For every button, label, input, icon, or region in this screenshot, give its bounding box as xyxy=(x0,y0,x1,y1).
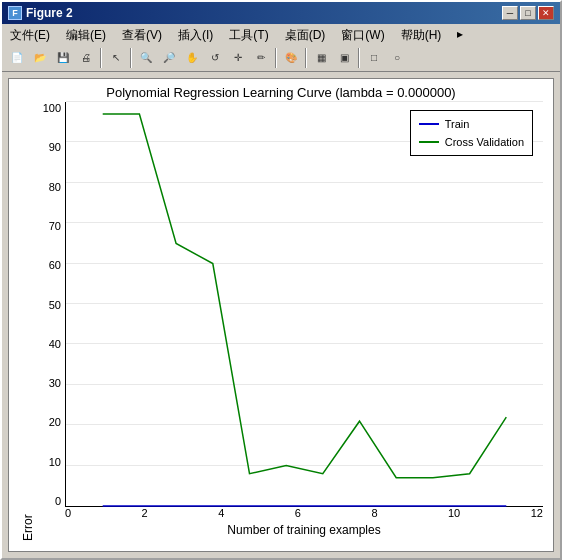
new-button[interactable]: 📄 xyxy=(6,47,28,69)
x-axis-label: Number of training examples xyxy=(37,523,543,541)
menu-bar: 文件(E)编辑(E)查看(V)插入(I)工具(T)桌面(D)窗口(W)帮助(H)… xyxy=(2,24,560,44)
y-tick-100: 100 xyxy=(37,102,61,114)
subplot2-button[interactable]: ▣ xyxy=(333,47,355,69)
open-button[interactable]: 📂 xyxy=(29,47,51,69)
y-tick-20: 20 xyxy=(37,416,61,428)
legend-train-line xyxy=(419,123,439,125)
select-button[interactable]: ↖ xyxy=(105,47,127,69)
window-title: Figure 2 xyxy=(26,6,73,20)
toolbar: 📄 📂 💾 🖨 ↖ 🔍 🔎 ✋ ↺ ✛ ✏ 🎨 ▦ ▣ □ ○ xyxy=(2,44,560,72)
legend-cv-item: Cross Validation xyxy=(419,133,524,151)
legend-train-item: Train xyxy=(419,115,524,133)
zoom-out-button[interactable]: 🔎 xyxy=(158,47,180,69)
data-cursor-button[interactable]: ✛ xyxy=(227,47,249,69)
y-axis-label: Error xyxy=(19,102,37,541)
figure-area: Polynomial Regression Learning Curve (la… xyxy=(2,72,560,558)
save-button[interactable]: 💾 xyxy=(52,47,74,69)
legend-cv-label: Cross Validation xyxy=(445,133,524,151)
x-tick-8: 8 xyxy=(371,507,377,523)
x-tick-12: 12 xyxy=(531,507,543,523)
y-tick-50: 50 xyxy=(37,299,61,311)
menu-item-I[interactable]: 插入(I) xyxy=(170,26,221,42)
x-tick-10: 10 xyxy=(448,507,460,523)
y-tick-30: 30 xyxy=(37,377,61,389)
brush-button[interactable]: ✏ xyxy=(250,47,272,69)
colormap-button[interactable]: 🎨 xyxy=(280,47,302,69)
window-icon-label: F xyxy=(12,8,18,18)
square-button[interactable]: □ xyxy=(363,47,385,69)
plot-container: Polynomial Regression Learning Curve (la… xyxy=(8,78,554,552)
menu-item-H[interactable]: 帮助(H) xyxy=(393,26,450,42)
x-tick-6: 6 xyxy=(295,507,301,523)
toolbar-sep-5 xyxy=(358,48,360,68)
menu-item-W[interactable]: 窗口(W) xyxy=(333,26,392,42)
print-button[interactable]: 🖨 xyxy=(75,47,97,69)
legend-cv-line xyxy=(419,141,439,143)
toolbar-sep-2 xyxy=(130,48,132,68)
title-bar: F Figure 2 ─ □ ✕ xyxy=(2,2,560,24)
x-tick-2: 2 xyxy=(142,507,148,523)
minimize-button[interactable]: ─ xyxy=(502,6,518,20)
y-tick-40: 40 xyxy=(37,338,61,350)
y-tick-10: 10 xyxy=(37,456,61,468)
close-button[interactable]: ✕ xyxy=(538,6,554,20)
title-controls: ─ □ ✕ xyxy=(502,6,554,20)
legend-train-label: Train xyxy=(445,115,470,133)
toolbar-sep-1 xyxy=(100,48,102,68)
menu-item-E[interactable]: 文件(E) xyxy=(2,26,58,42)
main-window: F Figure 2 ─ □ ✕ 文件(E)编辑(E)查看(V)插入(I)工具(… xyxy=(0,0,562,560)
menu-item-E[interactable]: 编辑(E) xyxy=(58,26,114,42)
y-tick-70: 70 xyxy=(37,220,61,232)
y-ticks: 0 10 20 30 40 50 60 70 80 90 100 xyxy=(37,102,65,507)
menu-item-[interactable]: ▸ xyxy=(449,26,471,42)
x-tick-4: 4 xyxy=(218,507,224,523)
plot-title: Polynomial Regression Learning Curve (la… xyxy=(106,79,455,102)
y-tick-80: 80 xyxy=(37,181,61,193)
plot-area: Error 0 10 20 30 40 50 60 70 80 xyxy=(9,102,553,551)
y-tick-60: 60 xyxy=(37,259,61,271)
toolbar-sep-3 xyxy=(275,48,277,68)
x-ticks: 0 2 4 6 8 10 12 xyxy=(65,507,543,523)
pan-button[interactable]: ✋ xyxy=(181,47,203,69)
toolbar-sep-4 xyxy=(305,48,307,68)
menu-item-D[interactable]: 桌面(D) xyxy=(277,26,334,42)
chart-svg xyxy=(66,102,543,506)
window-icon: F xyxy=(8,6,22,20)
subplot-button[interactable]: ▦ xyxy=(310,47,332,69)
chart-with-yaxis: 0 10 20 30 40 50 60 70 80 90 100 xyxy=(37,102,543,507)
menu-item-T[interactable]: 工具(T) xyxy=(221,26,276,42)
chart-inner: Train Cross Validation xyxy=(65,102,543,507)
legend: Train Cross Validation xyxy=(410,110,533,156)
y-tick-0: 0 xyxy=(37,495,61,507)
title-bar-left: F Figure 2 xyxy=(8,6,73,20)
circle-button[interactable]: ○ xyxy=(386,47,408,69)
maximize-button[interactable]: □ xyxy=(520,6,536,20)
menu-item-V[interactable]: 查看(V) xyxy=(114,26,170,42)
chart-section: 0 10 20 30 40 50 60 70 80 90 100 xyxy=(37,102,543,541)
zoom-in-button[interactable]: 🔍 xyxy=(135,47,157,69)
x-tick-0: 0 xyxy=(65,507,71,523)
y-tick-90: 90 xyxy=(37,141,61,153)
rotate-button[interactable]: ↺ xyxy=(204,47,226,69)
